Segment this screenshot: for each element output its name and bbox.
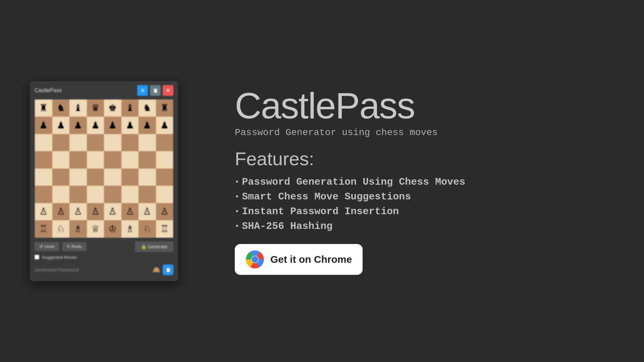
chess-cell[interactable]: ♟	[139, 117, 156, 134]
chess-cell[interactable]: ♗	[69, 220, 87, 238]
feature-text: Smart Chess Move Suggestions	[242, 191, 411, 202]
extension-window: CastlePass ⚙ 📋 ✕ ♜♞♝♛♚♝♞♜♟♟♟♟♟♟♟♟♙♙♙♙♙♙♙…	[30, 81, 178, 281]
feature-item: •Password Generation Using Chess Moves	[235, 176, 617, 188]
app-title: CastlePass	[235, 87, 617, 124]
controls-area: ↺ Undo ↻ Redo 🔒 Generate Suggested Moves…	[31, 238, 177, 281]
chess-cell[interactable]: ♘	[139, 220, 156, 238]
close-button[interactable]: ✕	[163, 85, 173, 96]
chess-cell[interactable]: ♞	[139, 100, 156, 117]
chess-cell[interactable]	[139, 134, 156, 152]
chess-cell[interactable]	[69, 134, 87, 152]
chess-cell[interactable]	[35, 186, 52, 203]
chess-cell[interactable]: ♙	[87, 203, 104, 221]
chess-cell[interactable]: ♟	[35, 117, 52, 134]
chess-cell[interactable]: ♖	[35, 220, 52, 238]
chess-cell[interactable]	[52, 134, 70, 152]
chess-cell[interactable]: ♟	[104, 117, 121, 134]
chess-cell[interactable]	[139, 151, 156, 169]
password-label: Generated Password	[35, 267, 150, 273]
chess-cell[interactable]	[35, 151, 52, 169]
chess-cell[interactable]	[156, 186, 173, 203]
chess-cell[interactable]: ♚	[104, 100, 121, 117]
copy-button[interactable]: 📋	[150, 85, 161, 96]
left-panel: CastlePass ⚙ 📋 ✕ ♜♞♝♛♚♝♞♜♟♟♟♟♟♟♟♟♙♙♙♙♙♙♙…	[0, 0, 208, 362]
suggested-moves-checkbox[interactable]	[35, 255, 39, 259]
chess-cell[interactable]: ♙	[139, 203, 156, 221]
chess-cell[interactable]	[69, 151, 87, 169]
chess-cell[interactable]: ♟	[121, 117, 139, 134]
copy-password-button[interactable]: 📋	[163, 264, 173, 275]
chess-cell[interactable]: ♙	[52, 203, 70, 221]
chess-cell[interactable]	[121, 169, 139, 186]
app-subtitle: Password Generator using chess moves	[235, 127, 617, 138]
chess-cell[interactable]: ♝	[121, 100, 139, 117]
chess-cell[interactable]	[121, 151, 139, 169]
feature-text: Password Generation Using Chess Moves	[242, 176, 465, 188]
chess-cell[interactable]: ♙	[156, 203, 173, 221]
chess-cell[interactable]	[104, 169, 121, 186]
chess-cell[interactable]: ♙	[35, 203, 52, 221]
chess-cell[interactable]: ♔	[104, 220, 121, 238]
feature-item: •Smart Chess Move Suggestions	[235, 191, 617, 202]
chess-cell[interactable]: ♘	[52, 220, 70, 238]
chess-cell[interactable]	[52, 151, 70, 169]
title-bar: CastlePass ⚙ 📋 ✕	[31, 82, 177, 99]
chess-cell[interactable]: ♟	[156, 117, 173, 134]
chess-cell[interactable]	[121, 186, 139, 203]
chess-cell[interactable]	[52, 186, 70, 203]
extension-title: CastlePass	[35, 87, 62, 94]
chess-cell[interactable]	[87, 169, 104, 186]
generate-button[interactable]: 🔒 Generate	[135, 241, 173, 252]
chess-cell[interactable]: ♗	[121, 220, 139, 238]
chess-cell[interactable]	[87, 134, 104, 152]
redo-button[interactable]: ↻ Redo	[62, 242, 87, 251]
chess-cell[interactable]	[69, 169, 87, 186]
chess-cell[interactable]: ♖	[156, 220, 173, 238]
chess-cell[interactable]	[156, 151, 173, 169]
chess-cell[interactable]: ♕	[87, 220, 104, 238]
undo-button[interactable]: ↺ Undo	[35, 242, 59, 251]
chess-cell[interactable]	[139, 186, 156, 203]
chess-cell[interactable]	[104, 134, 121, 152]
chess-cell[interactable]: ♜	[35, 100, 52, 117]
chess-cell[interactable]	[35, 134, 52, 152]
eye-slash-icon[interactable]: 🙈	[153, 266, 160, 274]
chess-cell[interactable]	[139, 169, 156, 186]
chess-cell[interactable]	[156, 169, 173, 186]
chess-board[interactable]: ♜♞♝♛♚♝♞♜♟♟♟♟♟♟♟♟♙♙♙♙♙♙♙♙♖♘♗♕♔♗♘♖	[35, 99, 173, 238]
chess-cell[interactable]	[104, 151, 121, 169]
password-row: Generated Password 🙈 📋	[35, 262, 173, 277]
chess-cell[interactable]: ♟	[69, 117, 87, 134]
chess-cell[interactable]: ♟	[52, 117, 70, 134]
title-bar-buttons: ⚙ 📋 ✕	[137, 85, 173, 96]
feature-text: SHA-256 Hashing	[242, 221, 332, 232]
chrome-button-label: Get it on Chrome	[270, 254, 352, 265]
right-panel: CastlePass Password Generator using ches…	[208, 74, 644, 288]
feature-bullet: •	[235, 207, 239, 216]
chess-cell[interactable]: ♟	[87, 117, 104, 134]
feature-item: •SHA-256 Hashing	[235, 221, 617, 232]
undo-redo-row: ↺ Undo ↻ Redo 🔒 Generate	[35, 241, 173, 252]
suggested-moves-row: Suggested Moves	[35, 255, 173, 260]
chrome-store-button[interactable]: Get it on Chrome	[235, 244, 363, 275]
feature-bullet: •	[235, 222, 239, 231]
chess-cell[interactable]: ♝	[69, 100, 87, 117]
chess-cell[interactable]	[35, 169, 52, 186]
feature-bullet: •	[235, 193, 239, 201]
chess-cell[interactable]: ♛	[87, 100, 104, 117]
chess-cell[interactable]	[121, 134, 139, 152]
gear-button[interactable]: ⚙	[137, 85, 148, 96]
chess-cell[interactable]: ♙	[121, 203, 139, 221]
chess-cell[interactable]: ♞	[52, 100, 70, 117]
feature-text: Instant Password Insertion	[242, 206, 399, 217]
chess-cell[interactable]	[87, 186, 104, 203]
chess-cell[interactable]: ♙	[69, 203, 87, 221]
features-heading: Features:	[235, 148, 617, 170]
chess-cell[interactable]: ♙	[104, 203, 121, 221]
chess-cell[interactable]	[52, 169, 70, 186]
chess-cell[interactable]	[69, 186, 87, 203]
chess-cell[interactable]	[156, 134, 173, 152]
chess-cell[interactable]: ♜	[156, 100, 173, 117]
chess-cell[interactable]	[104, 186, 121, 203]
chess-cell[interactable]	[87, 151, 104, 169]
